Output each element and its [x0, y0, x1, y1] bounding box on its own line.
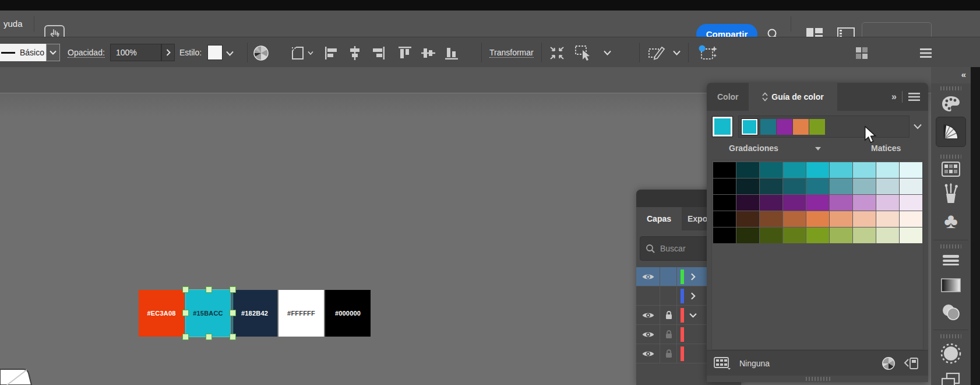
lock-toggle[interactable] [661, 286, 677, 305]
tab-color[interactable]: Color [717, 83, 739, 111]
menu-item-ayuda[interactable]: yuda [3, 10, 23, 37]
dropdown-caret-icon[interactable] [815, 147, 821, 150]
opacity-input[interactable]: 100% [110, 44, 161, 61]
save-to-swatches-icon[interactable] [903, 357, 919, 370]
panel-resize-grip[interactable] [806, 377, 830, 381]
variation-swatch[interactable] [760, 162, 782, 178]
variation-swatch[interactable] [853, 195, 876, 211]
dock-grip[interactable] [940, 244, 961, 249]
tab-color-guide[interactable]: Guía de color [749, 83, 837, 111]
limit-colors-icon[interactable] [714, 357, 731, 370]
variation-swatch[interactable] [900, 211, 922, 227]
lock-toggle[interactable] [661, 306, 677, 324]
canvas-swatch[interactable]: #182B42 [232, 290, 277, 337]
variation-swatch[interactable] [760, 195, 782, 211]
shape-builder-icon[interactable] [698, 44, 719, 62]
variation-swatch[interactable] [713, 195, 736, 211]
canvas-swatch[interactable]: #EC3A08 [139, 290, 184, 337]
visibility-toggle[interactable] [636, 267, 660, 286]
variation-swatch[interactable] [713, 211, 736, 227]
panel-menu-icon[interactable] [908, 93, 920, 101]
variation-swatch[interactable] [783, 178, 806, 194]
expand-chevron-icon[interactable] [690, 292, 696, 303]
symbols-panel-icon[interactable]: ♣ [931, 211, 971, 232]
variation-swatch[interactable] [783, 211, 806, 227]
stroke-preset-chevron[interactable] [46, 44, 60, 61]
variation-swatch[interactable] [853, 162, 876, 178]
color-guide-panel-button[interactable] [936, 117, 966, 147]
visibility-toggle[interactable] [636, 286, 660, 305]
variation-swatch[interactable] [760, 211, 782, 227]
artboard-tool-icon[interactable] [290, 45, 314, 61]
selection-options-icon[interactable] [574, 45, 592, 61]
stroke-preset-select[interactable]: Básico [0, 44, 49, 61]
edit-colors-icon[interactable] [882, 356, 896, 370]
variation-swatch[interactable] [760, 178, 782, 194]
variation-swatch[interactable] [876, 211, 899, 227]
variation-swatch[interactable] [830, 162, 852, 178]
dock-grip[interactable] [940, 155, 961, 159]
variation-swatch[interactable] [783, 195, 806, 211]
color-panel-icon[interactable] [931, 95, 971, 113]
variation-swatch[interactable] [830, 178, 852, 194]
align-left-icon[interactable] [324, 46, 339, 61]
lock-toggle[interactable] [661, 267, 677, 286]
variation-swatch[interactable] [876, 162, 899, 178]
variation-swatch[interactable] [713, 178, 736, 194]
draw-inside-chevron[interactable] [673, 50, 681, 55]
scale-to-fit-icon[interactable] [548, 45, 566, 61]
variation-swatch[interactable] [806, 195, 829, 211]
tab-capas[interactable]: Capas [636, 207, 682, 230]
variation-swatch[interactable] [760, 228, 782, 243]
variation-swatch[interactable] [853, 211, 876, 227]
appearance-panel-icon[interactable] [931, 342, 971, 365]
opacity-stepper[interactable] [161, 44, 175, 61]
recolor-artwork-icon[interactable] [252, 44, 270, 62]
dock-grip[interactable] [940, 334, 961, 338]
collapse-dock-icon[interactable]: « [961, 69, 965, 79]
selection-options-chevron[interactable] [604, 50, 611, 55]
harmony-swatch[interactable] [760, 119, 776, 135]
variation-swatch[interactable] [783, 162, 806, 178]
variation-swatch[interactable] [853, 228, 876, 243]
menu-list-icon[interactable] [919, 47, 932, 60]
document-grid-icon[interactable] [855, 47, 868, 60]
variation-swatch[interactable] [900, 178, 922, 194]
variation-swatch[interactable] [900, 195, 922, 211]
variation-swatch[interactable] [736, 178, 759, 194]
gradient-panel-icon[interactable] [931, 278, 971, 292]
align-vertical-center-icon[interactable] [421, 46, 436, 61]
variation-swatch[interactable] [783, 228, 806, 243]
harmony-swatch[interactable] [777, 119, 792, 135]
variation-swatch[interactable] [713, 162, 736, 178]
variation-swatch[interactable] [806, 228, 829, 243]
artboards-panel-icon[interactable] [931, 373, 971, 385]
harmony-swatch[interactable] [742, 119, 757, 135]
dock-grip[interactable] [940, 86, 961, 90]
expand-chevron-icon[interactable] [690, 311, 696, 322]
style-chevron[interactable] [225, 50, 234, 57]
align-horizontal-center-icon[interactable] [347, 46, 362, 61]
variation-swatch[interactable] [736, 228, 759, 243]
align-right-icon[interactable] [371, 46, 386, 61]
variation-swatch[interactable] [876, 195, 899, 211]
limit-colors-value[interactable]: Ninguna [739, 359, 770, 368]
opacity-label[interactable]: Opacidad: [68, 47, 105, 58]
variation-swatch[interactable] [900, 162, 922, 178]
variation-mode-dropdown[interactable]: Gradaciones [729, 144, 778, 153]
panel-expand-icon[interactable]: » [891, 92, 896, 102]
base-color-swatch[interactable] [713, 117, 732, 136]
transparency-panel-icon[interactable] [931, 303, 971, 321]
visibility-toggle[interactable] [636, 306, 660, 324]
variation-swatch[interactable] [713, 228, 736, 243]
variation-swatch[interactable] [853, 178, 876, 194]
variation-swatch[interactable] [830, 228, 852, 243]
lock-toggle[interactable] [661, 325, 677, 344]
variation-swatch[interactable] [876, 178, 899, 194]
transform-link[interactable]: Transformar [489, 47, 534, 58]
canvas-swatch[interactable]: #000000 [325, 290, 371, 337]
variation-swatch[interactable] [806, 162, 829, 178]
harmony-rules-chevron[interactable] [911, 116, 925, 138]
visibility-toggle[interactable] [636, 325, 660, 344]
variation-swatch[interactable] [876, 228, 899, 243]
